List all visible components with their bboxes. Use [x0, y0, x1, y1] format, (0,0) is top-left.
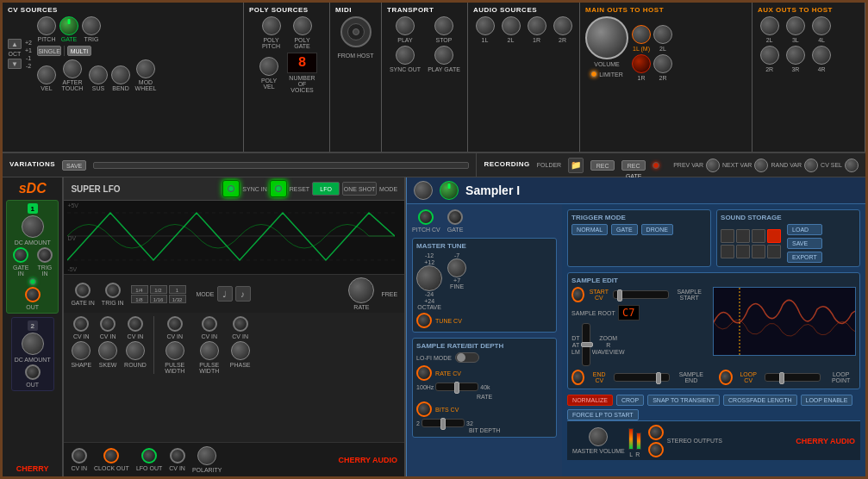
lfo-mode-button[interactable]: LFO [312, 182, 340, 196]
frac-1-8-btn[interactable]: 1/8 [131, 295, 148, 303]
audio-1l-knob[interactable] [476, 16, 495, 35]
multi-button[interactable]: MULTI [67, 46, 91, 56]
round-knob[interactable] [126, 341, 145, 360]
audio-1r-knob[interactable] [528, 16, 546, 35]
aux-2l-knob[interactable] [760, 16, 779, 35]
audio-2l-knob[interactable] [502, 16, 521, 35]
pulse-width-1-knob[interactable] [165, 341, 184, 360]
frac-1-2-btn[interactable]: 1/2 [150, 285, 167, 294]
aux-2r-knob[interactable] [760, 46, 779, 65]
stop-knob[interactable] [434, 16, 453, 35]
rate-knob[interactable] [348, 277, 374, 303]
rand-var-knob[interactable] [804, 159, 818, 172]
bend-knob[interactable] [111, 65, 130, 84]
audio-1r-label: 1R [533, 37, 540, 43]
bit-depth-slider[interactable] [422, 419, 465, 427]
main-2r-knob[interactable] [653, 54, 672, 73]
dc-amount-1-knob[interactable] [22, 215, 44, 238]
slot-8[interactable] [767, 245, 781, 258]
pulse-width-2-knob[interactable] [200, 341, 219, 360]
save-variation-button[interactable]: SAVE [62, 160, 86, 171]
variation-slider[interactable] [93, 162, 469, 169]
main-1r-knob[interactable] [632, 54, 651, 73]
gate-mode-btn[interactable]: GATE [611, 224, 638, 235]
audio-2r-knob[interactable] [553, 16, 572, 35]
super-lfo-header: SUPER LFO SYNC IN RESET LFO ONE SHOT MOD… [64, 177, 404, 201]
sample-start-slider[interactable] [613, 290, 668, 299]
slot-1[interactable] [721, 229, 734, 243]
lo-fi-toggle[interactable] [455, 352, 479, 363]
gate-knob[interactable] [59, 16, 78, 35]
rec-gate-button[interactable]: REC GATE [621, 160, 646, 171]
zoom-slider[interactable] [582, 323, 590, 366]
trig-knob[interactable] [82, 16, 101, 35]
mode-icon-1[interactable]: ♩ [217, 286, 233, 302]
poly-vel-knob[interactable] [259, 57, 278, 76]
force-lp-btn[interactable]: FORCE LP TO START [567, 409, 639, 420]
one-shot-button[interactable]: ONE SHOT [342, 182, 377, 196]
sync-out-knob[interactable] [396, 46, 415, 65]
loop-point-slider[interactable] [765, 373, 821, 382]
sample-root-display: C7 [618, 305, 640, 320]
polarity-knob[interactable] [197, 446, 216, 465]
slot-6[interactable] [736, 245, 750, 258]
volume-knob[interactable] [585, 16, 628, 59]
aux-3l-knob[interactable] [786, 16, 805, 35]
mode-icon-2[interactable]: ♪ [235, 286, 251, 302]
slot-2[interactable] [736, 229, 750, 243]
fine-knob[interactable] [447, 258, 466, 277]
loop-enable-btn[interactable]: LOOP ENABLE [801, 395, 853, 406]
rec-button[interactable]: REC [590, 160, 615, 171]
snap-to-transient-btn[interactable]: SNAP TO TRANSIENT [647, 395, 720, 406]
play-gate-knob[interactable] [434, 46, 453, 65]
export-btn[interactable]: EXPORT [787, 252, 822, 263]
poly-gate-knob[interactable] [293, 16, 312, 35]
main-2l-knob[interactable] [653, 25, 672, 44]
rate-slider[interactable] [435, 383, 478, 391]
cv-sel-knob[interactable] [845, 159, 859, 172]
save-sampler-btn[interactable]: SAVE [787, 238, 822, 249]
pitch-knob[interactable] [37, 16, 56, 35]
slot-3[interactable] [752, 229, 765, 243]
single-button[interactable]: SINGLE [37, 46, 61, 56]
normal-btn[interactable]: NORMAL [571, 224, 608, 235]
poly-pitch-knob[interactable] [262, 16, 281, 35]
sampler-knob-1[interactable] [414, 181, 433, 200]
sus-knob[interactable] [89, 65, 108, 84]
slot-5[interactable] [721, 245, 734, 258]
shape-knob[interactable] [72, 341, 91, 360]
prev-var-knob[interactable] [706, 159, 720, 172]
crop-btn[interactable]: CROP [616, 395, 644, 406]
drone-btn[interactable]: DRONE [641, 224, 673, 235]
aux-4l-knob[interactable] [812, 16, 831, 35]
reset-button[interactable] [270, 180, 287, 197]
load-btn[interactable]: LOAD [787, 224, 822, 235]
folder-button[interactable]: 📁 [568, 158, 584, 173]
slot-7[interactable] [752, 245, 765, 258]
mod-wheel-knob[interactable] [136, 59, 155, 78]
octave-knob[interactable] [416, 265, 442, 291]
aux-4r-knob[interactable] [812, 46, 831, 65]
frac-1-4-btn[interactable]: 1/4 [131, 285, 148, 294]
aftertouch-knob[interactable] [63, 59, 82, 78]
sampler-knob-2[interactable] [440, 181, 459, 200]
vel-knob[interactable] [37, 65, 56, 84]
main-1lm-knob[interactable] [632, 25, 651, 44]
next-var-knob[interactable] [754, 159, 768, 172]
play-knob[interactable] [396, 16, 415, 35]
skew-knob[interactable] [98, 341, 117, 360]
frac-1-32-btn[interactable]: 1/32 [169, 295, 186, 303]
frac-1-btn[interactable]: 1 [169, 285, 186, 294]
aux-3r-knob[interactable] [786, 46, 805, 65]
phase-knob[interactable] [231, 341, 250, 360]
normalize-btn[interactable]: NORMALIZE [567, 395, 613, 406]
frac-1-16-btn[interactable]: 1/16 [150, 295, 167, 303]
oct-down-button[interactable]: ▼ [8, 59, 22, 69]
crossfade-length-btn[interactable]: CROSSFADE LENGTH [723, 395, 797, 406]
sample-end-slider[interactable] [614, 373, 670, 382]
sync-in-button[interactable] [222, 180, 240, 197]
dc-amount-2-knob[interactable] [22, 333, 44, 355]
slot-4-active[interactable] [767, 229, 781, 243]
oct-up-button[interactable]: ▲ [8, 39, 22, 49]
master-volume-knob[interactable] [589, 427, 608, 446]
